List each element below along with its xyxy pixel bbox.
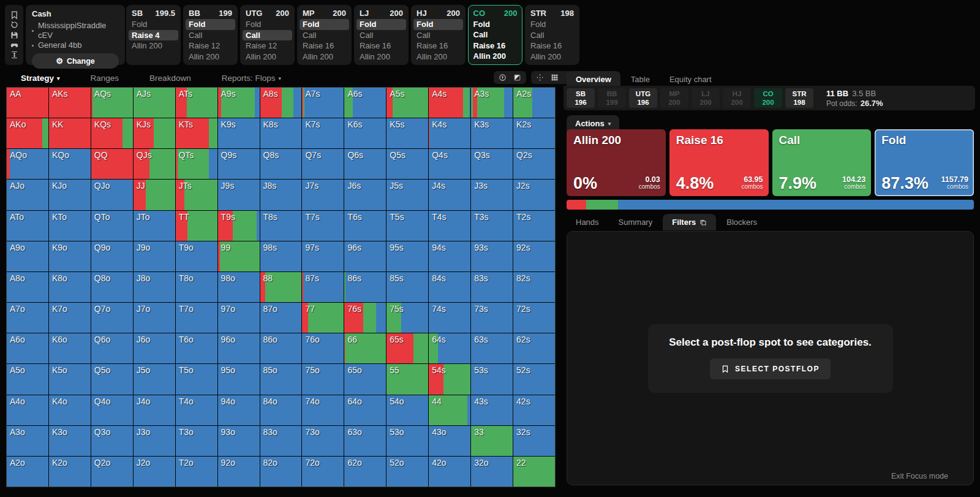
matrix-cell-A7s[interactable]: A7s [302, 88, 344, 118]
matrix-cell-K2o[interactable]: K2o [49, 457, 91, 487]
matrix-cell-54o[interactable]: 54o [386, 395, 428, 425]
matrix-cell-K3s[interactable]: K3s [471, 118, 513, 148]
position-panel-co[interactable]: CO200FoldCallRaise 16Allin 200 [468, 5, 522, 65]
matrix-cell-64s[interactable]: 64s [429, 333, 470, 363]
matrix-cell-A7o[interactable]: A7o [7, 303, 48, 333]
player-chip-str[interactable]: STR198 [785, 88, 813, 108]
position-panel-lj[interactable]: LJ200FoldCallRaise 16Allin 200 [354, 5, 409, 65]
matrix-cell-65o[interactable]: 65o [344, 364, 386, 394]
matrix-cell-42s[interactable]: 42s [513, 395, 555, 425]
matrix-cell-J5s[interactable]: J5s [386, 180, 428, 210]
tab-ranges[interactable]: Ranges [91, 74, 119, 83]
matrix-cell-K6s[interactable]: K6s [344, 118, 386, 148]
matrix-cell-72o[interactable]: 72o [302, 457, 344, 487]
matrix-cell-A5s[interactable]: A5s [386, 88, 428, 118]
matrix-cell-T4o[interactable]: T4o [176, 395, 217, 425]
matrix-cell-ATs[interactable]: ATs [176, 88, 217, 118]
tab-strategy[interactable]: Strategy▾ [21, 74, 60, 83]
tab-blockers[interactable]: Blockers [717, 214, 766, 230]
position-panel-mp[interactable]: MP200FoldCallRaise 16Allin 200 [297, 5, 352, 65]
matrix-cell-Q3o[interactable]: Q3o [91, 426, 133, 456]
matrix-cell-53o[interactable]: 53o [386, 426, 428, 456]
matrix-cell-53s[interactable]: 53s [471, 364, 513, 394]
matrix-cell-J4s[interactable]: J4s [429, 180, 470, 210]
matrix-cell-83o[interactable]: 83o [260, 426, 302, 456]
matrix-cell-Q7o[interactable]: Q7o [91, 303, 133, 333]
matrix-cell-A5o[interactable]: A5o [7, 364, 48, 394]
matrix-cell-T7s[interactable]: T7s [302, 211, 344, 241]
matrix-cell-Q5s[interactable]: Q5s [386, 149, 428, 179]
save-icon[interactable] [10, 31, 19, 40]
tab-breakdown[interactable]: Breakdown [149, 74, 191, 83]
matrix-cell-AQo[interactable]: AQo [7, 149, 48, 179]
matrix-cell-AKo[interactable]: AKo [7, 118, 48, 148]
matrix-cell-87s[interactable]: 87s [302, 272, 344, 302]
matrix-cell-K9o[interactable]: K9o [49, 241, 91, 271]
matrix-cell-96s[interactable]: 96s [344, 241, 386, 271]
matrix-cell-63s[interactable]: 63s [471, 333, 513, 363]
matrix-cell-Q6o[interactable]: Q6o [91, 333, 133, 363]
matrix-cell-T9s[interactable]: T9s [218, 211, 260, 241]
action-card-call[interactable]: Call7.9%104.23combos [772, 129, 872, 196]
matrix-cell-KQs[interactable]: KQs [91, 118, 133, 148]
tab-overview[interactable]: Overview [567, 71, 620, 88]
expand-icon[interactable] [536, 74, 544, 82]
position-panel-bb[interactable]: BB199FoldCallRaise 12Allin 200 [183, 5, 238, 65]
matrix-cell-Q9s[interactable]: Q9s [218, 149, 260, 179]
matrix-cell-J4o[interactable]: J4o [134, 395, 175, 425]
matrix-cell-62o[interactable]: 62o [344, 457, 386, 487]
matrix-cell-KJs[interactable]: KJs [134, 118, 175, 148]
matrix-cell-94o[interactable]: 94o [218, 395, 260, 425]
matrix-cell-73s[interactable]: 73s [471, 303, 513, 333]
matrix-cell-J9o[interactable]: J9o [134, 241, 175, 271]
tab-filters[interactable]: Filters [663, 214, 716, 230]
matrix-cell-K5s[interactable]: K5s [386, 118, 428, 148]
matrix-cell-52o[interactable]: 52o [386, 457, 428, 487]
matrix-cell-KJo[interactable]: KJo [49, 180, 91, 210]
matrix-cell-A3o[interactable]: A3o [7, 426, 48, 456]
matrix-cell-32o[interactable]: 32o [471, 457, 513, 487]
matrix-cell-85s[interactable]: 85s [386, 272, 428, 302]
matrix-cell-T6s[interactable]: T6s [344, 211, 386, 241]
matrix-cell-AJs[interactable]: AJs [134, 88, 175, 118]
matrix-cell-QQ[interactable]: QQ [91, 149, 133, 179]
matrix-cell-66[interactable]: 66 [344, 333, 386, 363]
player-chip-hj[interactable]: HJ200 [723, 88, 751, 108]
matrix-cell-96o[interactable]: 96o [218, 333, 260, 363]
matrix-cell-93o[interactable]: 93o [218, 426, 260, 456]
matrix-cell-AQs[interactable]: AQs [91, 88, 133, 118]
matrix-cell-JTs[interactable]: JTs [176, 180, 217, 210]
matrix-cell-72s[interactable]: 72s [513, 303, 555, 333]
matrix-cell-Q7s[interactable]: Q7s [302, 149, 344, 179]
matrix-cell-T5s[interactable]: T5s [386, 211, 428, 241]
matrix-cell-AJo[interactable]: AJo [7, 180, 48, 210]
matrix-cell-A2s[interactable]: A2s [513, 88, 555, 118]
matrix-cell-TT[interactable]: TT [176, 211, 217, 241]
matrix-cell-Q4o[interactable]: Q4o [91, 395, 133, 425]
chip-icon[interactable] [499, 74, 507, 82]
action-card-raise-16[interactable]: Raise 164.8%63.95combos [669, 129, 769, 196]
matrix-cell-86s[interactable]: 86s [344, 272, 386, 302]
matrix-cell-74o[interactable]: 74o [302, 395, 344, 425]
matrix-cell-22[interactable]: 22 [513, 457, 555, 487]
matrix-cell-JTo[interactable]: JTo [134, 211, 175, 241]
player-chip-bb[interactable]: BB199 [598, 88, 626, 108]
matrix-cell-K6o[interactable]: K6o [49, 333, 91, 363]
matrix-cell-T2o[interactable]: T2o [176, 457, 217, 487]
matrix-cell-73o[interactable]: 73o [302, 426, 344, 456]
reset-icon[interactable] [10, 20, 19, 29]
matrix-cell-63o[interactable]: 63o [344, 426, 386, 456]
matrix-cell-87o[interactable]: 87o [260, 303, 302, 333]
matrix-cell-95o[interactable]: 95o [218, 364, 260, 394]
matrix-cell-44[interactable]: 44 [429, 395, 470, 425]
matrix-cell-74s[interactable]: 74s [429, 303, 470, 333]
matrix-cell-J2o[interactable]: J2o [134, 457, 175, 487]
matrix-cell-K2s[interactable]: K2s [513, 118, 555, 148]
gamepad-icon[interactable] [10, 40, 19, 50]
matrix-cell-T3s[interactable]: T3s [471, 211, 513, 241]
matrix-cell-K8o[interactable]: K8o [49, 272, 91, 302]
matrix-cell-75o[interactable]: 75o [302, 364, 344, 394]
matrix-cell-93s[interactable]: 93s [471, 241, 513, 271]
matrix-cell-32s[interactable]: 32s [513, 426, 555, 456]
matrix-cell-J7o[interactable]: J7o [134, 303, 175, 333]
